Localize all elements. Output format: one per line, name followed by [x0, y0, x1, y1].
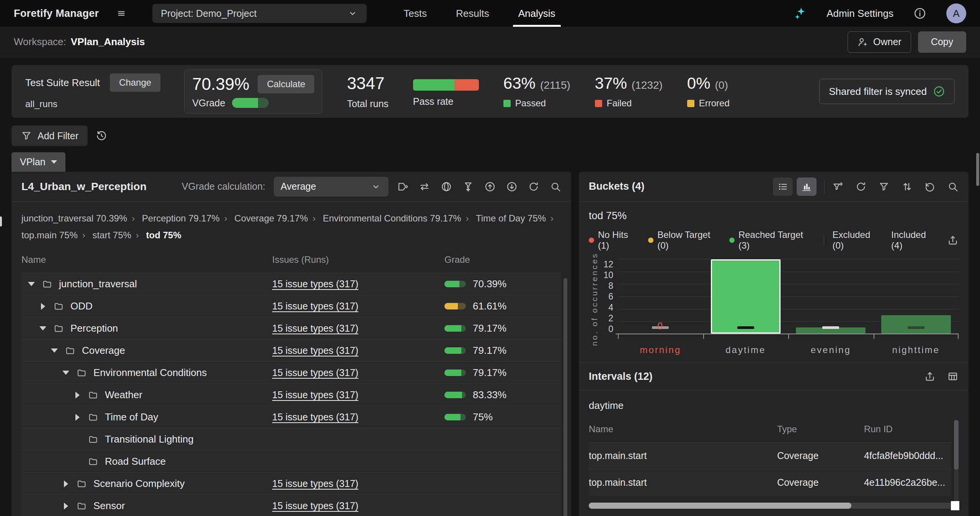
- tree-row[interactable]: Road Surface: [21, 451, 561, 473]
- caret-right-icon[interactable]: [62, 480, 70, 487]
- folder-icon: [87, 435, 99, 444]
- legend-excluded[interactable]: Excluded (0): [833, 230, 882, 251]
- legend-reached-target[interactable]: Reached Target (3): [729, 230, 812, 251]
- bar-daytime[interactable]: [711, 259, 781, 334]
- issues-link[interactable]: 15 issue types (317): [272, 389, 358, 400]
- breadcrumb-item[interactable]: junction_traversal 70.39%: [21, 213, 127, 223]
- upload-circle-icon[interactable]: [484, 181, 496, 192]
- issues-link[interactable]: 15 issue types (317): [272, 345, 358, 356]
- vplan-title: L4_Urban_w_Perception: [21, 181, 147, 193]
- issues-link[interactable]: 15 issue types (317): [272, 367, 358, 378]
- bucket-morning[interactable]: 0: [618, 259, 703, 334]
- vplan-tab[interactable]: VPlan: [11, 152, 65, 172]
- interval-row[interactable]: top.main.start Coverage 4e11b96c2a26be..…: [589, 469, 951, 496]
- filter-icon[interactable]: [878, 181, 890, 192]
- tree-row[interactable]: ODD 15 issue types (317) 61.61%: [21, 295, 561, 317]
- issues-link[interactable]: 15 issue types (317): [272, 412, 358, 422]
- breadcrumb-item[interactable]: top.main 75%: [21, 230, 78, 240]
- issues-link[interactable]: 15 issue types (317): [272, 323, 358, 334]
- undo-icon[interactable]: [924, 181, 936, 192]
- funnel-plus-icon[interactable]: [832, 181, 844, 192]
- tab-results[interactable]: Results: [456, 0, 489, 27]
- filter-history-icon[interactable]: [95, 130, 108, 142]
- copy-button[interactable]: Copy: [918, 31, 966, 53]
- calculate-button[interactable]: Calculate: [258, 75, 314, 93]
- tag-forward-icon[interactable]: [397, 181, 408, 192]
- caret-right-icon[interactable]: [74, 392, 81, 399]
- compare-arrows-icon[interactable]: [419, 181, 430, 192]
- horizontal-scrollbar[interactable]: [589, 503, 959, 509]
- tree-row[interactable]: Environmental Conditions 15 issue types …: [21, 362, 561, 384]
- project-selector[interactable]: Project: Demo_Project: [152, 4, 367, 23]
- breadcrumb-item[interactable]: start 75%: [92, 230, 131, 240]
- tree-row[interactable]: Sensor 15 issue types (317): [21, 495, 561, 516]
- download-circle-icon[interactable]: [506, 181, 518, 192]
- sync-icon[interactable]: [528, 181, 539, 192]
- contrast-icon[interactable]: [441, 181, 452, 192]
- issues-link[interactable]: 15 issue types (317): [272, 500, 358, 511]
- export-icon[interactable]: [947, 234, 959, 246]
- sync-icon[interactable]: [855, 181, 867, 192]
- tab-analysis[interactable]: Analysis: [518, 0, 555, 27]
- breadcrumb-item[interactable]: Time of Day 75%: [476, 213, 546, 223]
- caret-right-icon[interactable]: [62, 503, 70, 509]
- caret-down-icon[interactable]: [39, 326, 47, 330]
- bucket-nighttime[interactable]: [874, 259, 959, 334]
- left-edge-handle[interactable]: [0, 216, 2, 226]
- add-filter-button[interactable]: Add Filter: [11, 125, 88, 146]
- breadcrumb-item[interactable]: Coverage 79.17%: [234, 213, 308, 223]
- funnel-star-icon[interactable]: [462, 181, 474, 192]
- workspace-bar: Workspace: VPlan_Analysis Owner Copy: [0, 27, 980, 57]
- caret-down-icon[interactable]: [51, 348, 58, 353]
- tab-tests[interactable]: Tests: [403, 0, 427, 27]
- horizontal-scrollbar-thumb[interactable]: [589, 503, 851, 509]
- search-icon[interactable]: [550, 181, 561, 192]
- export-icon[interactable]: [924, 371, 936, 382]
- breadcrumb-separator: ›: [224, 213, 227, 223]
- breadcrumb-item[interactable]: Perception 79.17%: [142, 213, 220, 223]
- caret-right-icon[interactable]: [74, 414, 81, 421]
- sort-icon[interactable]: [901, 181, 913, 192]
- legend-included[interactable]: Included (4): [891, 230, 937, 251]
- vgrade-calculation-select[interactable]: Average: [274, 177, 389, 197]
- issues-link[interactable]: 15 issue types (317): [272, 478, 358, 489]
- x-axis: [616, 334, 959, 334]
- tree-row[interactable]: Weather 15 issue types (317) 83.33%: [21, 384, 561, 406]
- tree-row[interactable]: Scenario Complexity 15 issue types (317): [21, 473, 561, 495]
- user-avatar[interactable]: A: [946, 3, 966, 23]
- tree-row[interactable]: Transitional Lighting: [21, 428, 561, 451]
- tree-row[interactable]: Time of Day 15 issue types (317) 75%: [21, 406, 561, 428]
- tree-row[interactable]: Coverage 15 issue types (317) 79.17%: [21, 340, 561, 362]
- search-icon[interactable]: [947, 181, 959, 192]
- legend-no-hits[interactable]: No Hits (1): [589, 230, 639, 251]
- change-button[interactable]: Change: [110, 73, 160, 92]
- list-view-toggle[interactable]: [773, 177, 793, 196]
- bucket-daytime[interactable]: [703, 259, 789, 334]
- legend-below-target[interactable]: Below Target (0): [648, 230, 720, 251]
- tree-row[interactable]: Perception 15 issue types (317) 79.17%: [21, 317, 561, 340]
- table-view-icon[interactable]: [947, 371, 959, 382]
- bucket-evening[interactable]: [788, 259, 874, 334]
- breadcrumb-item[interactable]: Environmental Conditions 79.17%: [323, 213, 461, 223]
- chart-view-toggle[interactable]: [797, 177, 817, 196]
- info-icon[interactable]: [913, 7, 926, 20]
- page-scrollbar[interactable]: [976, 153, 979, 186]
- issues-link[interactable]: 15 issue types (317): [272, 278, 358, 289]
- bucket-legend: No Hits (1) Below Target (0) Reached Tar…: [589, 230, 959, 251]
- owner-button[interactable]: Owner: [848, 31, 911, 53]
- menu-icon[interactable]: [116, 8, 127, 19]
- admin-settings-link[interactable]: Admin Settings: [826, 8, 893, 20]
- breadcrumb-separator: ›: [82, 230, 85, 240]
- caret-right-icon[interactable]: [39, 303, 47, 310]
- shared-filter-synced-chip[interactable]: Shared filter is synced: [819, 79, 955, 104]
- caret-down-icon[interactable]: [28, 282, 35, 286]
- tree-scrollbar[interactable]: [564, 278, 567, 516]
- bar-nighttime[interactable]: [881, 315, 951, 334]
- issues-link[interactable]: 15 issue types (317): [272, 301, 358, 311]
- ai-sparkle-icon[interactable]: [793, 7, 807, 20]
- total-runs-value: 3347: [347, 74, 388, 93]
- caret-down-icon[interactable]: [62, 371, 70, 375]
- tree-row[interactable]: junction_traversal 15 issue types (317) …: [21, 273, 561, 295]
- interval-row[interactable]: top.main.start Coverage 4fcfa8feb9b0ddd.…: [589, 442, 951, 469]
- intervals-scrollbar[interactable]: [954, 420, 959, 503]
